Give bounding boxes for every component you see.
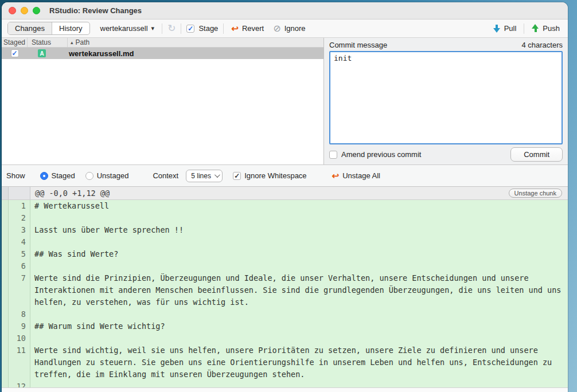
column-header-path[interactable]: ▴ Path: [68, 38, 323, 47]
line-text: Lasst uns über Werte sprechen !!: [30, 224, 568, 236]
diff-line[interactable]: 8: [2, 308, 568, 320]
diff-gutter: [2, 260, 9, 272]
status-badge-added: A: [38, 49, 46, 57]
diff-gutter: [2, 308, 9, 320]
branch-dropdown[interactable]: wertekarussell ▾: [98, 22, 157, 34]
column-header-staged[interactable]: Staged: [2, 38, 28, 47]
ignore-whitespace-checkbox[interactable]: ✓: [233, 172, 241, 180]
line-text: ## Warum sind Werte wichtig?: [30, 320, 568, 332]
close-button[interactable]: [9, 7, 16, 14]
ignore-whitespace-group[interactable]: ✓ Ignore Whitespace: [233, 171, 306, 180]
line-number: 2: [9, 212, 30, 224]
stage-checkbox[interactable]: ✓: [186, 25, 194, 33]
line-number: 3: [9, 224, 30, 236]
diff-gutter: [2, 248, 9, 260]
tab-history[interactable]: History: [52, 22, 89, 34]
ignore-button[interactable]: ⊘ Ignore: [271, 23, 307, 34]
unstage-all-button[interactable]: ↩ Unstage All: [332, 171, 380, 180]
hunk-header-bar: @@ -0,0 +1,12 @@ Unstage chunk: [2, 187, 568, 200]
refresh-icon[interactable]: ↻: [167, 23, 176, 33]
pull-label: Pull: [504, 24, 517, 33]
file-path: wertekarussell.md: [68, 49, 323, 58]
line-text: [30, 308, 568, 320]
git-toolbar: Changes History wertekarussell ▾ ↻ ✓ Sta…: [2, 19, 568, 38]
diff-options-bar: Show Staged Unstaged Context 5 lines ✓ I…: [2, 165, 568, 187]
diff-gutter: [2, 320, 9, 332]
commit-pane: Commit message 4 characters init Amend p…: [324, 38, 568, 164]
line-number: 5: [9, 248, 30, 260]
line-text: [30, 332, 568, 344]
chevron-down-icon: [215, 172, 220, 178]
staged-radio[interactable]: [40, 172, 48, 180]
diff-line[interactable]: 6: [2, 260, 568, 272]
amend-checkbox[interactable]: [329, 151, 337, 159]
review-changes-window: RStudio: Review Changes Changes History …: [2, 2, 568, 392]
line-text: [30, 236, 568, 248]
amend-checkbox-group[interactable]: Amend previous commit: [329, 150, 421, 159]
diff-line[interactable]: 4: [2, 236, 568, 248]
title-bar: RStudio: Review Changes: [2, 2, 568, 19]
context-select-value: 5 lines: [191, 172, 211, 180]
line-text: [30, 212, 568, 224]
radio-staged-group[interactable]: Staged: [40, 171, 75, 180]
ignore-icon: ⊘: [273, 24, 280, 33]
commit-button[interactable]: Commit: [510, 147, 563, 162]
ignore-label: Ignore: [284, 24, 306, 33]
line-text: Werte sind die Prinzipien, Überzeugungen…: [30, 272, 568, 308]
toolbar-separator: [524, 23, 524, 34]
horizontal-scrollbar-track[interactable]: [2, 387, 568, 392]
radio-unstaged-group[interactable]: Unstaged: [85, 171, 129, 180]
view-segmented-control: Changes History: [7, 22, 90, 35]
unstage-chunk-button[interactable]: Unstage chunk: [509, 189, 562, 198]
hunk-gutter-b: [9, 187, 30, 199]
diff-line[interactable]: 11Werte sind wichtig, weil sie uns helfe…: [2, 344, 568, 381]
zoom-button[interactable]: [33, 7, 40, 14]
diff-gutter: [2, 344, 9, 381]
column-header-status[interactable]: Status: [28, 38, 68, 47]
line-number: 4: [9, 236, 30, 248]
diff-line[interactable]: 10: [2, 332, 568, 344]
diff-line[interactable]: 9## Warum sind Werte wichtig?: [2, 320, 568, 332]
revert-button[interactable]: ↩ Revert: [229, 23, 266, 34]
line-number: 8: [9, 308, 30, 320]
stage-checkbox-group[interactable]: ✓ Stage: [186, 24, 218, 33]
diff-line[interactable]: 1# Wertekarussell: [2, 200, 568, 212]
line-text: # Wertekarussell: [30, 200, 568, 212]
revert-label: Revert: [242, 24, 264, 33]
hunk-range: @@ -0,0 +1,12 @@: [30, 189, 509, 198]
commit-message-label: Commit message: [329, 41, 387, 49]
diff-gutter: [2, 272, 9, 308]
minimize-button[interactable]: [21, 7, 28, 14]
tab-changes[interactable]: Changes: [8, 22, 52, 34]
window-title: RStudio: Review Changes: [49, 6, 142, 15]
diff-gutter: [2, 212, 9, 224]
diff-content[interactable]: 1# Wertekarussell23Lasst uns über Werte …: [2, 200, 568, 387]
line-number: 6: [9, 260, 30, 272]
line-number: 9: [9, 320, 30, 332]
ignore-whitespace-label: Ignore Whitespace: [244, 171, 306, 180]
commit-message-input[interactable]: init: [329, 51, 563, 144]
diff-line[interactable]: 2: [2, 212, 568, 224]
chevron-down-icon: ▾: [151, 25, 155, 32]
line-number: 1: [9, 200, 30, 212]
pull-button[interactable]: Pull: [491, 23, 519, 34]
file-row-selected[interactable]: ✓ A wertekarussell.md: [2, 48, 323, 59]
toolbar-separator: [162, 23, 162, 34]
diff-gutter: [2, 381, 9, 387]
diff-gutter: [2, 224, 9, 236]
context-select[interactable]: 5 lines: [186, 170, 223, 182]
line-number: 7: [9, 272, 30, 308]
line-text: [30, 381, 568, 387]
unstaged-radio-label: Unstaged: [97, 171, 129, 180]
unstaged-radio[interactable]: [85, 172, 93, 180]
diff-line[interactable]: 7Werte sind die Prinzipien, Überzeugunge…: [2, 272, 568, 308]
file-list-pane: Staged Status ▴ Path ✓ A wertekarussell.…: [2, 38, 324, 164]
line-text: ## Was sind Werte?: [30, 248, 568, 260]
diff-line[interactable]: 5## Was sind Werte?: [2, 248, 568, 260]
file-staged-checkbox[interactable]: ✓: [11, 49, 19, 57]
line-number: 11: [9, 344, 30, 381]
file-table-header: Staged Status ▴ Path: [2, 38, 323, 48]
diff-line[interactable]: 12: [2, 381, 568, 387]
push-button[interactable]: Push: [529, 23, 562, 34]
diff-line[interactable]: 3Lasst uns über Werte sprechen !!: [2, 224, 568, 236]
